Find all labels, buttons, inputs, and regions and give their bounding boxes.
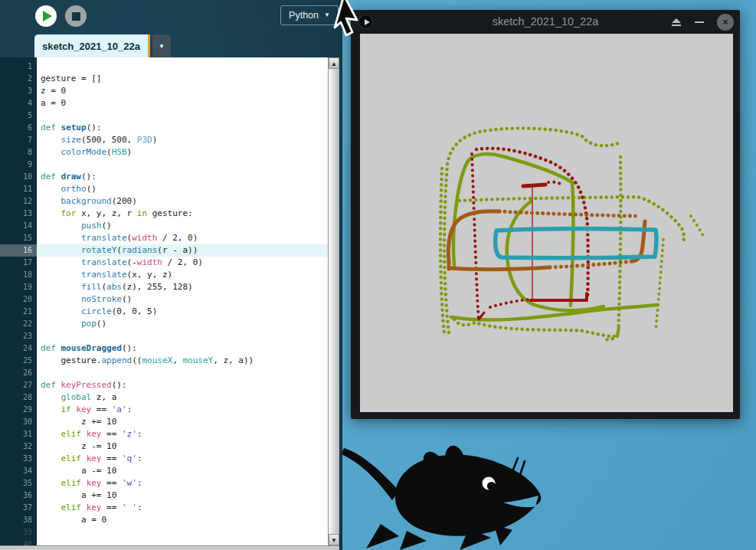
code-token: [41, 306, 81, 316]
gesture-stroke: [691, 216, 703, 236]
code-token: size: [61, 135, 82, 145]
code-line[interactable]: [37, 330, 328, 342]
code-line[interactable]: [37, 539, 328, 545]
code-line[interactable]: for x, y, z, r in gesture:: [37, 208, 328, 220]
code-line[interactable]: elif key == 'w':: [37, 477, 328, 489]
scroll-up-icon[interactable]: ▲: [329, 57, 339, 69]
run-icon: [43, 11, 52, 21]
code-token: radians: [122, 245, 157, 255]
sketch-canvas[interactable]: [360, 34, 733, 412]
line-number: 1: [0, 61, 37, 73]
mode-dropdown[interactable]: Python ▼: [280, 5, 339, 25]
code-token: background: [61, 196, 112, 206]
code-line[interactable]: def keyPressed():: [37, 379, 328, 391]
line-number: 35: [0, 477, 37, 489]
code-token: key: [87, 503, 102, 512]
code-line[interactable]: pop(): [37, 318, 328, 330]
line-number: 14: [0, 220, 37, 232]
code-token: gesture:: [147, 208, 193, 218]
line-number: 21: [0, 306, 37, 318]
scroll-down-icon[interactable]: ▼: [329, 534, 339, 545]
code-line[interactable]: translate(x, y, z): [37, 269, 328, 281]
code-line[interactable]: [37, 110, 328, 122]
code-line[interactable]: z -= 10: [37, 440, 328, 453]
code-line[interactable]: translate(-width / 2, 0): [37, 257, 328, 269]
code-token: circle: [81, 306, 112, 316]
code-line[interactable]: fill(abs(z), 255, 128): [37, 281, 328, 293]
code-token: [41, 319, 81, 329]
code-line[interactable]: elif key == 'z':: [37, 428, 328, 440]
code-line[interactable]: rotateY(radians(r - a)): [37, 244, 328, 257]
tab-menu-button[interactable]: ▼: [152, 34, 171, 57]
code-token: def: [41, 123, 61, 133]
vertical-scrollbar[interactable]: ▲ ▼: [328, 57, 339, 545]
code-token: [41, 208, 61, 218]
tab-sketch[interactable]: sketch_2021_10_22a: [34, 34, 150, 57]
line-number: 12: [0, 195, 37, 208]
close-button[interactable]: ×: [717, 14, 734, 31]
code-token: [41, 184, 61, 194]
run-button[interactable]: [35, 5, 57, 27]
code-line[interactable]: size(500, 500, P3D): [37, 134, 328, 146]
code-line[interactable]: elif key == 'q':: [37, 453, 328, 465]
code-line[interactable]: if key == 'a':: [37, 404, 328, 416]
code-token: (200): [112, 196, 137, 206]
code-token: (z), 255, 128): [122, 282, 193, 292]
code-line[interactable]: [37, 159, 328, 171]
line-number: 17: [0, 257, 37, 269]
code-line[interactable]: gesture.append((mouseX, mouseY, z, a)): [37, 355, 328, 367]
code-token: [81, 429, 87, 439]
code-token: a -= 10: [41, 466, 116, 476]
minimize-button[interactable]: [691, 10, 708, 34]
code-line[interactable]: def setup():: [37, 122, 328, 134]
code-line[interactable]: z = 0: [37, 85, 328, 97]
shade-button[interactable]: [668, 10, 685, 34]
line-number: 15: [0, 232, 37, 244]
code-token: z -= 10: [41, 441, 116, 451]
code-line[interactable]: a -= 10: [37, 465, 328, 477]
code-line[interactable]: noStroke(): [37, 293, 328, 306]
code-token: (): [87, 184, 97, 194]
code-line[interactable]: [37, 526, 328, 539]
code-line[interactable]: ortho(): [37, 183, 328, 195]
code-line[interactable]: def mouseDragged():: [37, 342, 328, 355]
code-token: a += 10: [41, 490, 116, 500]
code-line[interactable]: gesture = []: [37, 73, 328, 85]
code-token: key: [87, 478, 102, 488]
stop-button[interactable]: [65, 5, 87, 27]
line-number: 10: [0, 171, 37, 183]
code-token: ():: [122, 343, 137, 353]
code-line[interactable]: a = 0: [37, 514, 328, 526]
code-line[interactable]: colorMode(HSB): [37, 146, 328, 159]
code-token: ==: [102, 429, 123, 439]
code-token: 'a': [112, 404, 127, 414]
code-token: ortho: [61, 184, 87, 194]
code-area[interactable]: gesture = []z = 0a = 0 def setup(): size…: [37, 57, 328, 545]
code-line[interactable]: [37, 367, 328, 379]
line-number: 34: [0, 465, 37, 477]
code-token: [81, 453, 87, 463]
code-token: :: [137, 503, 142, 512]
gutter: 1234567891011121314151617181920212223242…: [0, 57, 37, 545]
code-line[interactable]: z += 10: [37, 416, 328, 428]
line-number: 11: [0, 183, 37, 195]
code-line[interactable]: circle(0, 0, 5): [37, 306, 328, 318]
code-token: :: [137, 453, 142, 463]
code-line[interactable]: elif key == ' ':: [37, 502, 328, 514]
code-line[interactable]: a = 0: [37, 97, 328, 110]
code-line[interactable]: def draw():: [37, 171, 328, 183]
code-line[interactable]: push(): [37, 220, 328, 232]
code-line[interactable]: a += 10: [37, 489, 328, 502]
line-number: 13: [0, 208, 37, 220]
code-token: width: [137, 257, 162, 267]
code-line[interactable]: background(200): [37, 195, 328, 208]
close-icon: ×: [722, 17, 728, 27]
code-line[interactable]: [37, 61, 328, 73]
code-token: if: [61, 404, 71, 414]
code-line[interactable]: translate(width / 2, 0): [37, 232, 328, 244]
horizontal-scrollbar[interactable]: [0, 545, 339, 550]
line-number: 30: [0, 416, 37, 428]
gesture-stroke: [531, 293, 587, 300]
sketch-titlebar[interactable]: sketch_2021_10_22a ×: [351, 10, 740, 34]
code-line[interactable]: global z, a: [37, 391, 328, 404]
